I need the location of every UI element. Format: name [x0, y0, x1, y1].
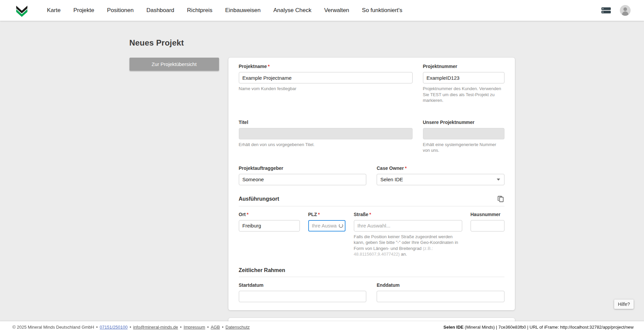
projektnummer-label: Projektnummer: [423, 64, 504, 69]
page-title: Neues Projekt: [129, 38, 515, 48]
strasse-label-text: Straße: [354, 212, 369, 217]
titel-field: Titel Erhält den von uns vorgegebenen Ti…: [239, 120, 413, 153]
loading-spinner-icon: [339, 223, 343, 228]
required-asterisk: *: [247, 212, 249, 217]
projektname-input[interactable]: [239, 72, 413, 83]
server-icon[interactable]: [601, 7, 611, 14]
required-asterisk: *: [405, 165, 407, 171]
projektname-label-text: Projektname: [239, 64, 267, 69]
projektnummer-input[interactable]: [423, 72, 504, 83]
impressum-link[interactable]: Impressum: [183, 325, 205, 330]
startdatum-label-text: Startdatum: [239, 282, 264, 288]
back-to-project-overview-button[interactable]: Zur Projektübersicht: [129, 58, 219, 71]
strasse-field: Straße*: [354, 212, 462, 231]
nav-right-actions: [601, 5, 631, 16]
titel-label-text: Titel: [239, 120, 249, 125]
nav-item-richtpreis[interactable]: Richtpreis: [187, 7, 213, 14]
nav-item-projekte[interactable]: Projekte: [73, 7, 94, 14]
form-column: Projektname* Name vom Kunden festlegbar …: [228, 58, 515, 333]
chevron-down-icon: [497, 179, 500, 181]
unsere-projektnummer-helper: Erhält eine systemgenerierte Nummer von …: [423, 142, 504, 153]
session-user: Selen IDE: [443, 325, 464, 330]
enddatum-label-text: Enddatum: [377, 282, 399, 288]
project-form-card: Projektname* Name vom Kunden festlegbar …: [228, 58, 515, 310]
nav-item-positionen[interactable]: Positionen: [107, 7, 133, 14]
projektauftraggeber-input[interactable]: [239, 174, 367, 185]
case-owner-label: Case Owner*: [377, 165, 504, 171]
ort-label: Ort*: [239, 212, 300, 217]
unsere-projektnummer-input: [423, 128, 504, 139]
session-info: Selen IDE (Mineral Minds) | 7ce360e83fb0…: [443, 325, 634, 330]
separator-dot: •: [222, 325, 224, 330]
nav-item-so-funktionierts[interactable]: So funktioniert's: [362, 7, 402, 14]
separator-dot: •: [207, 325, 209, 330]
top-navbar: Karte Projekte Positionen Dashboard Rich…: [0, 0, 644, 21]
agb-link[interactable]: AGB: [211, 325, 220, 330]
required-asterisk: *: [369, 212, 371, 217]
separator-dot: •: [180, 325, 182, 330]
hausnummer-label: Hausnummer: [471, 212, 504, 217]
projektnummer-field: Projektnummer Projektnummer des Kunden. …: [423, 64, 504, 104]
startdatum-field: Startdatum: [239, 282, 367, 302]
projektname-field: Projektname* Name vom Kunden festlegbar: [239, 64, 413, 104]
nav-item-analyse-check[interactable]: Analyse Check: [273, 7, 311, 14]
plz-field: PLZ*: [308, 212, 345, 231]
app-logo[interactable]: [15, 3, 29, 17]
case-owner-field: Case Owner* Selen IDE: [377, 165, 504, 185]
case-owner-select[interactable]: Selen IDE: [377, 174, 504, 185]
mineral-minds-logo-icon: [15, 3, 29, 17]
case-owner-selected-value: Selen IDE: [380, 177, 403, 182]
projektname-label: Projektname*: [239, 64, 413, 69]
user-avatar-icon[interactable]: [620, 5, 631, 16]
projektnummer-helper: Projektnummer des Kunden. Verwenden Sie …: [423, 86, 504, 104]
hausnummer-input[interactable]: [471, 220, 504, 231]
strasse-helper-text: Falls die Position keiner Straße zugeord…: [354, 234, 458, 251]
ort-label-text: Ort: [239, 212, 246, 217]
projektnummer-label-text: Projektnummer: [423, 64, 458, 69]
enddatum-input[interactable]: [377, 291, 504, 302]
copyright-text: © 2025 Mineral Minds Deutschland GmbH: [12, 325, 94, 330]
plz-label: PLZ*: [308, 212, 345, 217]
nav-item-einbauweisen[interactable]: Einbauweisen: [225, 7, 261, 14]
projektauftraggeber-label-text: Projektauftraggeber: [239, 165, 283, 171]
separator-dot: •: [96, 325, 98, 330]
separator-dot: •: [129, 325, 131, 330]
ort-field: Ort*: [239, 212, 300, 231]
enddatum-field: Enddatum: [377, 282, 504, 302]
projektname-helper: Name vom Kunden festlegbar: [239, 86, 413, 92]
startdatum-input[interactable]: [239, 291, 367, 302]
nav-menu: Karte Projekte Positionen Dashboard Rich…: [47, 7, 402, 14]
section-zeitlicher-rahmen-title: Zeitlicher Rahmen: [239, 267, 285, 273]
section-ausfuehrungsort-header: Ausführungsort: [239, 195, 504, 203]
datenschutz-link[interactable]: Datenschutz: [225, 325, 250, 330]
strasse-helper: Falls die Position keiner Straße zugeord…: [354, 234, 462, 257]
footer-links: © 2025 Mineral Minds Deutschland GmbH • …: [12, 325, 250, 330]
projektauftraggeber-label: Projektauftraggeber: [239, 165, 367, 171]
titel-helper: Erhält den von uns vorgegebenen Titel.: [239, 142, 413, 148]
required-asterisk: *: [318, 212, 320, 217]
footer: © 2025 Mineral Minds Deutschland GmbH • …: [0, 321, 644, 333]
section-zeitlicher-rahmen-header: Zeitlicher Rahmen: [239, 267, 504, 273]
titel-input: [239, 128, 413, 139]
startdatum-label: Startdatum: [239, 282, 367, 288]
strasse-helper-suffix: an.: [400, 252, 407, 257]
titel-label: Titel: [239, 120, 413, 125]
unsere-projektnummer-label: Unsere Projektnummer: [423, 120, 504, 125]
help-button[interactable]: Hilfe?: [614, 299, 634, 309]
email-link[interactable]: info@mineral-minds.de: [133, 325, 178, 330]
unsere-projektnummer-label-text: Unsere Projektnummer: [423, 120, 475, 125]
phone-link[interactable]: 07151/250100: [100, 325, 127, 330]
copy-icon[interactable]: [497, 195, 504, 203]
section-ausfuehrungsort-title: Ausführungsort: [239, 196, 279, 202]
nav-item-karte[interactable]: Karte: [47, 7, 61, 14]
nav-item-verwalten[interactable]: Verwalten: [324, 7, 349, 14]
enddatum-label: Enddatum: [377, 282, 504, 288]
hausnummer-field: Hausnummer: [471, 212, 504, 231]
ort-input[interactable]: [239, 220, 300, 231]
nav-item-dashboard[interactable]: Dashboard: [146, 7, 174, 14]
strasse-label: Straße*: [354, 212, 462, 217]
left-column: Zur Projektübersicht: [129, 58, 219, 71]
strasse-input[interactable]: [354, 220, 462, 231]
case-owner-label-text: Case Owner: [377, 165, 404, 171]
main-content: Neues Projekt Zur Projektübersicht Proje…: [129, 21, 515, 333]
